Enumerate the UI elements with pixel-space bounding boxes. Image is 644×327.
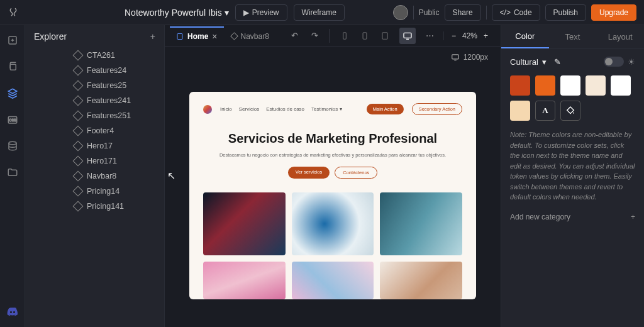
tree-item-label: Navbar8 (87, 172, 116, 180)
panel-tab-text[interactable]: Text (549, 25, 597, 48)
svg-rect-6 (343, 32, 347, 39)
fill-tool-icon[interactable] (560, 101, 580, 121)
caret-down-icon: ▾ (542, 57, 547, 67)
tree-item-label: Features251 (87, 111, 131, 120)
tree-item-label: Footer4 (87, 126, 114, 135)
tab-navbar8[interactable]: Navbar8 (225, 27, 275, 45)
component-icon (73, 80, 84, 91)
artboard-image-tile (203, 262, 286, 299)
artboard-logo-icon (203, 105, 212, 114)
rail-duplicate-icon[interactable] (5, 59, 20, 74)
component-icon (73, 126, 84, 136)
tree-item[interactable]: Features24 (25, 63, 164, 78)
redo-icon[interactable]: ↷ (309, 30, 321, 42)
tree-item[interactable]: Hero17 (25, 138, 164, 153)
rail-add-icon[interactable] (5, 33, 20, 48)
edit-icon[interactable]: ✎ (554, 57, 561, 67)
code-button[interactable]: </> Code (492, 4, 540, 21)
zoom-out-icon[interactable]: − (452, 31, 456, 40)
desktop-icon (451, 53, 460, 62)
nav-link: Testimonios ▾ (311, 106, 341, 112)
rail-layers-icon[interactable] (5, 86, 20, 101)
theme-dropdown[interactable]: Cultural ▾ ✎ (510, 57, 561, 67)
color-swatch[interactable] (510, 75, 530, 96)
tree-item[interactable]: Hero171 (25, 153, 164, 169)
artboard-nav: Inicio Servicios Estudios de caso Testim… (203, 103, 462, 115)
theme-note-text: Note: Theme colors are non-editable by d… (510, 130, 635, 202)
tree-item-label: CTA261 (87, 51, 115, 60)
device-mobile-icon[interactable] (339, 30, 350, 42)
rail-css-icon[interactable]: CSS (5, 112, 20, 127)
divider (413, 6, 414, 19)
divider (330, 29, 330, 43)
tree-item-label: Hero171 (87, 157, 117, 165)
panel-tab-color[interactable]: Color (501, 25, 549, 48)
code-icon: </> (500, 8, 511, 17)
tree-item[interactable]: Features25 (25, 78, 164, 93)
page-icon (176, 33, 184, 40)
artboard-secondary-btn: Contáctenos (335, 167, 377, 179)
tree-item[interactable]: Features241 (25, 93, 164, 108)
device-tablet-icon[interactable] (379, 30, 391, 42)
rail-discord-icon[interactable] (5, 304, 20, 319)
component-icon (230, 32, 238, 40)
wireframe-button[interactable]: Wireframe (294, 4, 345, 21)
svg-rect-7 (363, 32, 367, 39)
undo-icon[interactable]: ↶ (289, 30, 301, 42)
avatar[interactable] (393, 5, 408, 20)
tree-item[interactable]: Features251 (25, 108, 164, 123)
svg-rect-10 (452, 55, 458, 59)
artboard-image-tile (292, 192, 374, 255)
rail-database-icon[interactable] (5, 138, 20, 153)
color-swatch[interactable] (510, 101, 530, 121)
tab-label: Navbar8 (241, 32, 269, 41)
preview-label: Preview (252, 8, 279, 17)
svg-rect-8 (382, 32, 387, 39)
dark-mode-toggle[interactable] (604, 57, 624, 67)
artboard-image-tile (292, 262, 374, 299)
text-color-tool[interactable]: A (535, 101, 555, 121)
nav-link: Inicio (220, 106, 232, 112)
zoom-in-icon[interactable]: + (484, 31, 488, 40)
explorer-add-icon[interactable]: + (150, 31, 155, 42)
zoom-value[interactable]: 42% (462, 31, 477, 40)
tree-item-label: Hero17 (87, 141, 113, 150)
panel-tab-layout[interactable]: Layout (596, 25, 644, 48)
share-button[interactable]: Share (445, 4, 481, 21)
tree-item-label: Pricing14 (87, 187, 119, 196)
rail-folder-icon[interactable] (5, 165, 20, 180)
close-icon[interactable]: × (212, 31, 217, 42)
publish-button[interactable]: Publish (545, 4, 586, 21)
canvas-artboard[interactable]: Inicio Servicios Estudios de caso Testim… (189, 92, 476, 299)
caret-down-icon: ▾ (225, 8, 229, 18)
tree-item[interactable]: Navbar8 (25, 169, 164, 184)
tree-item[interactable]: Pricing14 (25, 184, 164, 199)
tree-item[interactable]: Footer4 (25, 123, 164, 138)
svg-rect-1 (10, 64, 16, 70)
component-icon (73, 50, 84, 61)
component-icon (73, 171, 84, 182)
color-swatch[interactable] (586, 75, 606, 96)
more-icon[interactable]: ⋯ (425, 30, 436, 42)
project-name-dropdown[interactable]: Noteworthy Powerful Ibis ▾ (125, 8, 229, 18)
color-swatch[interactable] (611, 75, 631, 96)
svg-point-4 (9, 141, 16, 145)
component-icon (73, 141, 84, 152)
color-swatch[interactable] (535, 75, 555, 96)
color-swatch[interactable] (560, 75, 580, 96)
tree-item[interactable]: Pricing141 (25, 199, 164, 214)
breakpoint-value: 1200px (464, 53, 488, 62)
device-mobile-lg-icon[interactable] (359, 30, 370, 42)
preview-button[interactable]: ▶ Preview (235, 4, 287, 21)
sun-icon: ☀ (628, 57, 635, 67)
component-icon (73, 186, 84, 197)
tab-label: Home (187, 32, 208, 41)
device-desktop-icon[interactable] (399, 28, 416, 44)
add-category-button[interactable]: Add new category + (510, 213, 635, 221)
upgrade-button[interactable]: Upgrade (591, 4, 636, 21)
app-logo-icon[interactable] (8, 7, 19, 18)
explorer-title: Explorer (34, 31, 67, 42)
tab-home[interactable]: Home × (170, 26, 224, 45)
divider (486, 6, 487, 19)
tree-item[interactable]: CTA261 (25, 48, 164, 63)
